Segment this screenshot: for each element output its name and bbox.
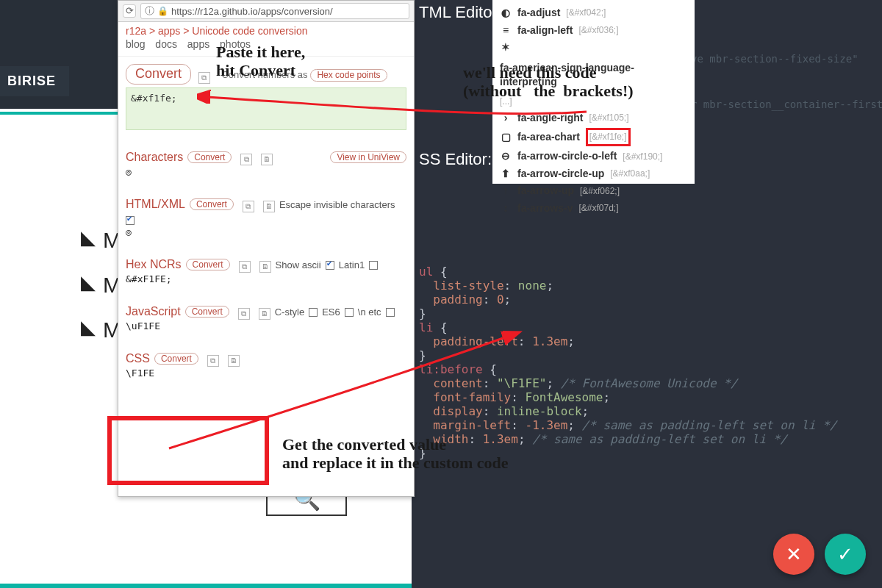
- editor-brand: BIRISE: [0, 66, 69, 96]
- address-bar: ⟳ ⓘ 🔒 https://r12a.github.io/apps/conver…: [118, 1, 414, 22]
- doc-icon[interactable]: 🗎: [261, 154, 273, 165]
- fa-code: [&#xf190;]: [623, 151, 662, 163]
- hex-codepoints-pill[interactable]: Hex code points: [310, 69, 387, 82]
- es6-checkbox[interactable]: [345, 308, 354, 317]
- escape-invisible-checkbox[interactable]: [126, 216, 135, 225]
- arrow-css-to-content: [162, 331, 529, 456]
- es6-label: ES6: [322, 306, 340, 318]
- copy-icon[interactable]: ⧉: [198, 72, 210, 84]
- fa-row-fa-arrow-circle-o-left[interactable]: ⊖fa-arrow-circle-o-left[&#xf190;]: [500, 148, 687, 165]
- escape-invisible-label: Escape invisible characters: [279, 199, 395, 210]
- latin1-label: Latin1: [339, 259, 365, 270]
- cstyle-checkbox[interactable]: [309, 308, 318, 317]
- netc-label: \n etc: [358, 306, 381, 318]
- section-js-title: JavaScript: [126, 305, 181, 318]
- info-icon: ⓘ: [145, 4, 154, 18]
- tml-editor-label: TML Editor:: [419, 3, 502, 22]
- url-text: https://r12a.github.io/apps/conversion/: [171, 6, 333, 17]
- nav-apps[interactable]: apps: [187, 38, 209, 50]
- fa-arrows-v-icon: ↕: [500, 201, 512, 216]
- doc-icon[interactable]: 🗎: [259, 261, 271, 273]
- convert-button[interactable]: Convert: [126, 64, 191, 85]
- fa-name: fa-arrow-circle-o-left: [517, 149, 617, 164]
- characters-convert-button[interactable]: Convert: [187, 151, 232, 163]
- area-chart-icon: ◣: [81, 228, 96, 247]
- confirm-button[interactable]: ✓: [825, 534, 866, 575]
- copy-icon[interactable]: ⧉: [243, 201, 254, 212]
- section-css-title: CSS: [126, 352, 150, 365]
- js-convert-button[interactable]: Convert: [185, 306, 229, 318]
- section-htmlxml-title: HTML/XML: [126, 198, 185, 211]
- copy-icon[interactable]: ⧉: [240, 154, 252, 165]
- fa-arrow-circle-up-icon: ⬆: [500, 167, 512, 182]
- fa-arrow-up-icon: ↑: [500, 184, 512, 198]
- show-ascii-checkbox[interactable]: [326, 261, 334, 270]
- nav-docs[interactable]: docs: [155, 38, 177, 50]
- annotation-paste-here: Paste it here, hit Convert: [216, 43, 305, 80]
- fa-row-fa-arrow-up[interactable]: ↑fa-arrow-up[&#xf062;]: [500, 182, 687, 200]
- fa-area-chart-icon: ▢: [500, 130, 512, 145]
- fa-adjust-icon: ◐: [500, 6, 512, 21]
- view-uniview-button[interactable]: View in UniView: [330, 151, 406, 163]
- doc-icon[interactable]: 🗎: [259, 308, 270, 320]
- nav-blog[interactable]: blog: [126, 38, 145, 50]
- section-hexncr-title: Hex NCRs: [126, 258, 182, 271]
- copy-icon[interactable]: ⧉: [238, 308, 250, 320]
- hexncr-convert-button[interactable]: Convert: [186, 259, 230, 270]
- lock-icon: 🔒: [157, 6, 168, 16]
- fa-row-fa-arrow-circle-up[interactable]: ⬆fa-arrow-circle-up[&#xf0aa;]: [500, 165, 687, 183]
- arrow-code-to-input: [197, 90, 594, 119]
- fa-code: [&#xf042;]: [566, 7, 606, 19]
- netc-checkbox[interactable]: [386, 308, 395, 317]
- fa-name: fa-arrow-up: [517, 184, 574, 198]
- fa-row-fa-arrows-v[interactable]: ↕fa-arrows-v[&#xf07d;]: [500, 200, 687, 218]
- copy-icon[interactable]: ⧉: [239, 261, 251, 273]
- js-value: \uF1FE: [126, 320, 406, 331]
- latin1-checkbox[interactable]: [369, 261, 378, 270]
- fa-name: fa-area-chart: [517, 130, 580, 145]
- html-hint-1: ve mbr-section--fixed-size": [691, 53, 858, 65]
- fa-arrow-circle-o-left-icon: ⊖: [500, 149, 512, 164]
- fa-american-sign-language-interpreting-icon: ✶: [500, 40, 512, 55]
- fa-row-fa-area-chart[interactable]: ▢fa-area-chart[&#xf1fe;]: [500, 126, 687, 148]
- fa-code: [&#xf105;]: [589, 112, 628, 124]
- section-characters-title: Characters: [126, 151, 183, 164]
- area-chart-icon: ◣: [81, 318, 96, 337]
- fa-name: fa-align-left: [517, 24, 573, 38]
- reload-button[interactable]: ⟳: [123, 4, 136, 18]
- doc-icon[interactable]: 🗎: [263, 201, 275, 212]
- fa-align-left-icon: ≡: [500, 24, 512, 38]
- cancel-button[interactable]: ✕: [773, 534, 814, 575]
- fa-name: fa-arrows-v: [517, 201, 573, 216]
- hexncr-value: &#xF1FE;: [126, 273, 406, 284]
- htmlxml-convert-button[interactable]: Convert: [190, 198, 234, 210]
- show-ascii-label: Show ascii: [276, 259, 321, 270]
- ss-editor-label: SS Editor:: [419, 150, 492, 169]
- area-chart-icon: ◣: [81, 273, 96, 292]
- fa-code: [&#xf062;]: [580, 185, 620, 198]
- fa-code: [&#xf036;]: [578, 24, 618, 37]
- fa-code: [&#xf1fe;]: [586, 128, 631, 146]
- fa-name: fa-adjust: [517, 6, 560, 21]
- breadcrumb: r12a > apps > Unicode code conversion: [126, 25, 406, 38]
- htmlxml-value: ◎: [126, 226, 406, 237]
- fa-row-fa-adjust[interactable]: ◐fa-adjust[&#xf042;]: [500, 4, 687, 22]
- fa-code: [&#xf07d;]: [578, 202, 618, 215]
- url-input[interactable]: ⓘ 🔒 https://r12a.github.io/apps/conversi…: [140, 3, 409, 19]
- fa-row-fa-align-left[interactable]: ≡fa-align-left[&#xf036;]: [500, 22, 687, 40]
- html-hint-2: r mbr-section__container--first": [691, 98, 882, 110]
- characters-value: ◎: [126, 166, 406, 177]
- cstyle-label: C-style: [275, 306, 304, 318]
- fa-name: fa-arrow-circle-up: [517, 167, 604, 182]
- fa-code: [&#xf0aa;]: [610, 168, 650, 180]
